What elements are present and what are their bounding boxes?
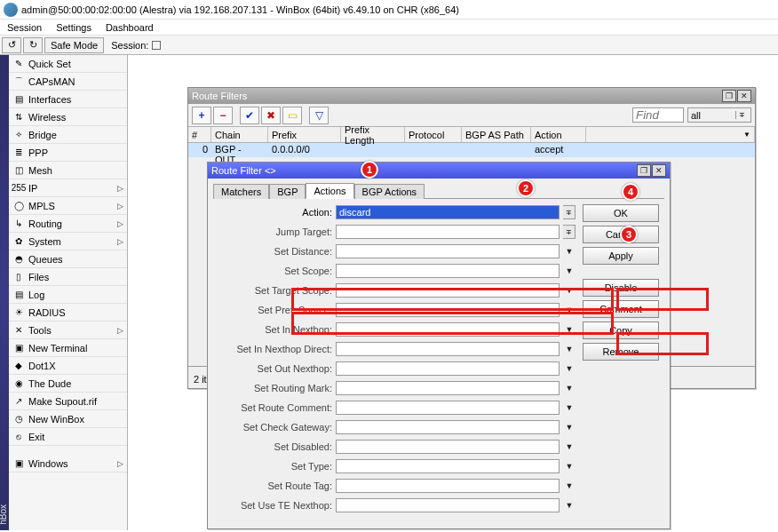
scope-input[interactable] — [336, 264, 560, 278]
sidebar-item[interactable]: ◫Mesh — [9, 162, 127, 179]
remove-button[interactable]: − — [213, 107, 233, 124]
form-label: Set Out Nexthop: — [218, 363, 332, 374]
menu-settings[interactable]: Settings — [52, 22, 95, 33]
sidebar-item[interactable]: ◷New WinBox — [9, 410, 127, 428]
tab-actions[interactable]: Actions — [306, 183, 353, 199]
add-button[interactable]: + — [192, 107, 211, 124]
window-close-button[interactable]: ✕ — [737, 90, 751, 102]
chevron-down-icon[interactable]: ▼ — [563, 479, 576, 493]
window-restore-button[interactable]: ❐ — [722, 90, 736, 102]
session-checkbox[interactable] — [152, 41, 161, 50]
chevron-down-icon[interactable]: ▼ — [563, 322, 576, 337]
chevron-down-icon[interactable]: ▼ — [563, 440, 576, 454]
chevron-down-icon[interactable]: ▼ — [563, 342, 576, 356]
comment-button[interactable]: ▭ — [282, 107, 302, 124]
dropdown-button[interactable]: ∓ — [563, 225, 576, 239]
apply-button[interactable]: Apply — [583, 247, 659, 265]
chevron-down-icon[interactable]: ▼ — [563, 381, 576, 395]
chevron-down-icon[interactable]: ▼ — [563, 361, 576, 376]
chevron-down-icon[interactable]: ▼ — [563, 459, 576, 473]
sidebar-item[interactable]: ✿System▷ — [9, 233, 127, 250]
window-restore-button[interactable]: ❐ — [637, 164, 651, 177]
chevron-down-icon[interactable]: ▼ — [563, 283, 576, 298]
ok-button[interactable]: OK — [583, 204, 659, 222]
table-row[interactable]: 0 BGP - OUT 0.0.0.0/0 accept — [188, 143, 755, 157]
undo-button[interactable]: ↺ — [2, 37, 21, 53]
sidebar-item[interactable]: ◯MPLS▷ — [9, 197, 127, 215]
sidebar-item[interactable]: ⌒CAPsMAN — [9, 73, 127, 91]
sidebar-item[interactable]: 255IP▷ — [9, 179, 127, 197]
cgw-input[interactable] — [336, 420, 560, 434]
tscope-input[interactable] — [336, 283, 560, 298]
tab-bgp-actions[interactable]: BGP Actions — [354, 184, 425, 199]
type-input[interactable] — [336, 459, 560, 473]
col-plen[interactable]: Prefix Length — [341, 127, 405, 142]
redo-button[interactable]: ↻ — [23, 37, 43, 53]
sidebar-item[interactable]: ▯Files — [9, 268, 127, 286]
find-input[interactable] — [632, 107, 684, 123]
inhd-input[interactable] — [336, 342, 560, 356]
rmark-input[interactable] — [336, 381, 560, 395]
col-chain[interactable]: Chain — [211, 127, 268, 142]
tab-matchers[interactable]: Matchers — [213, 184, 269, 199]
safe-mode-button[interactable]: Safe Mode — [44, 37, 104, 53]
sidebar-item[interactable]: ◆Dot1X — [9, 357, 127, 375]
sidebar-item[interactable]: ◓Queues — [9, 250, 127, 268]
chevron-down-icon[interactable]: ▼ — [563, 303, 576, 317]
filter-scope-combo[interactable]: all ∓ — [687, 107, 751, 123]
sidebar-item-label: New Terminal — [28, 343, 87, 353]
route-filter-titlebar[interactable]: Route Filter <> ❐ ✕ — [208, 163, 670, 179]
comment-button[interactable]: Comment — [583, 300, 659, 318]
jump-input[interactable] — [336, 225, 560, 239]
window-close-button[interactable]: ✕ — [652, 164, 666, 177]
chevron-down-icon[interactable]: ▼ — [563, 244, 576, 258]
col-prefix[interactable]: Prefix — [268, 127, 341, 142]
sidebar-item[interactable]: ≣PPP — [9, 144, 127, 162]
col-num[interactable]: # — [188, 127, 211, 142]
chevron-down-icon[interactable]: ▼ — [563, 401, 576, 415]
sidebar-item[interactable]: ⎋Exit — [9, 428, 127, 446]
sidebar-item[interactable]: ↗Make Supout.rif — [9, 393, 127, 410]
action-input[interactable]: discard — [336, 205, 560, 219]
sidebar-item[interactable]: ▤Interfaces — [9, 91, 127, 108]
pref-input[interactable] — [336, 303, 560, 317]
remove-button[interactable]: Remove — [583, 343, 659, 361]
sidebar-item[interactable]: ↳Routing▷ — [9, 215, 127, 233]
dropdown-button[interactable]: ∓ — [563, 205, 576, 219]
copy-button[interactable]: Copy — [583, 322, 659, 339]
disable-button[interactable]: Disable — [583, 279, 659, 297]
te-input[interactable] — [336, 498, 560, 512]
disabled-input[interactable] — [336, 440, 560, 454]
dialog-tabs: Matchers BGP Actions BGP Actions — [208, 179, 670, 198]
inh-input[interactable] — [336, 322, 560, 337]
col-proto[interactable]: Protocol — [405, 127, 462, 142]
sidebar-item[interactable]: ⇅Wireless — [9, 108, 127, 126]
sidebar-item[interactable]: ◉The Dude — [9, 375, 127, 393]
chevron-down-icon[interactable]: ▼ — [563, 264, 576, 278]
menu-dashboard[interactable]: Dashboard — [102, 22, 157, 33]
sidebar-item[interactable]: ✧Bridge — [9, 126, 127, 144]
rtag-input[interactable] — [336, 479, 560, 493]
chevron-down-icon[interactable]: ▼ — [563, 498, 576, 512]
col-rest[interactable]: ▼ — [586, 127, 755, 142]
col-aspath[interactable]: BGP AS Path — [462, 127, 531, 142]
outh-input[interactable] — [336, 361, 560, 376]
rcomment-input[interactable] — [336, 401, 560, 415]
distance-input[interactable] — [336, 244, 560, 258]
sidebar-item[interactable]: ☀RADIUS — [9, 304, 127, 322]
sidebar-item[interactable]: ▤Log — [9, 286, 127, 304]
chevron-down-icon[interactable]: ▼ — [563, 420, 576, 434]
sidebar-item[interactable]: ▣Windows▷ — [9, 455, 127, 472]
route-filters-titlebar[interactable]: Route Filters ❐ ✕ — [188, 88, 755, 104]
menu-session[interactable]: Session — [4, 22, 45, 33]
form-row: Set In Nexthop:▼ — [218, 320, 576, 339]
sidebar-item[interactable]: ✕Tools▷ — [9, 322, 127, 339]
enable-button[interactable]: ✔ — [240, 107, 259, 124]
filter-button[interactable]: ▽ — [309, 107, 329, 124]
sidebar-item-label: CAPsMAN — [28, 76, 75, 87]
disable-button[interactable]: ✖ — [261, 107, 281, 124]
sidebar-item[interactable]: ✎Quick Set — [9, 55, 127, 73]
tab-bgp[interactable]: BGP — [269, 184, 306, 199]
col-action[interactable]: Action — [531, 127, 586, 142]
sidebar-item[interactable]: ▣New Terminal — [9, 339, 127, 357]
